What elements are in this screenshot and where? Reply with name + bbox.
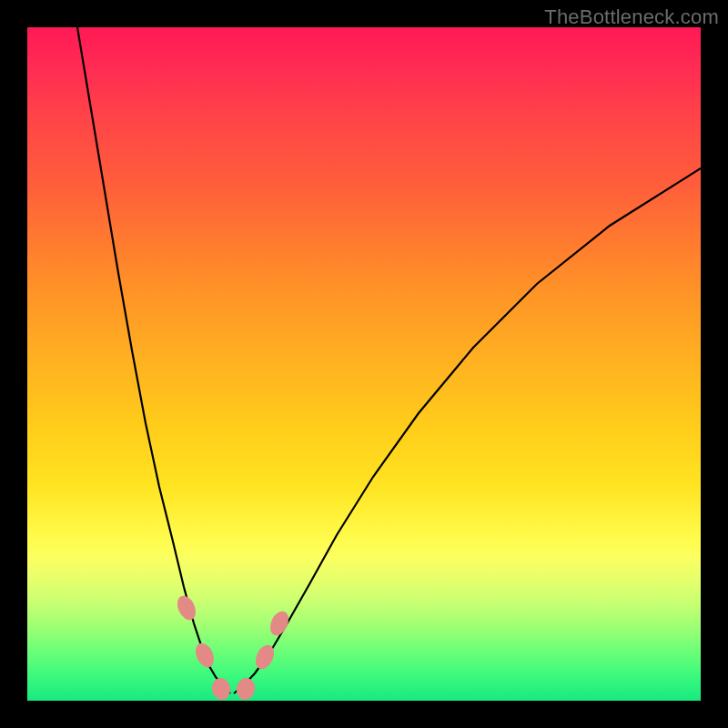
marker-bottom-right <box>235 676 257 701</box>
marker-bottom-left <box>210 676 232 701</box>
curve-right-branch <box>234 168 701 693</box>
marker-right-upper <box>267 609 292 639</box>
curve-left-branch <box>77 27 230 693</box>
watermark-text: TheBottleneck.com <box>544 5 719 29</box>
curve-layer <box>27 27 701 701</box>
plot-area <box>27 27 701 701</box>
marker-left-lower <box>192 641 217 671</box>
marker-left-upper <box>174 593 199 623</box>
